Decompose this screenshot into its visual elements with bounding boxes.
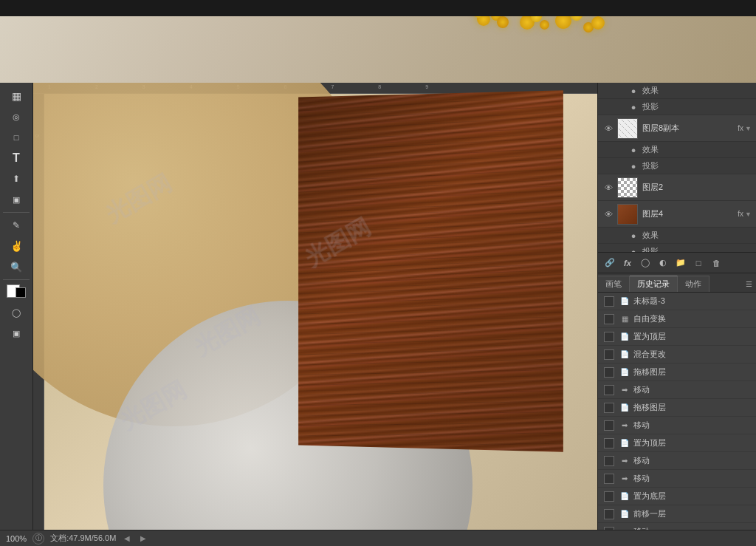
layer-eye-icon[interactable]: ● [628, 101, 639, 113]
history-item[interactable]: 📄 前移一层 [598, 505, 756, 523]
history-checkbox[interactable] [604, 438, 614, 448]
history-item[interactable]: 📄 拖移图层 [598, 399, 756, 417]
panel-menu-button[interactable]: ☰ [741, 276, 756, 292]
background-color[interactable] [16, 287, 26, 298]
history-checkbox[interactable] [604, 509, 614, 519]
left-toolbar: ▦ ◎ □ T ⬆ ▣ ✎ ✌ 🔍 ◯ ▣ [0, 83, 33, 530]
history-item[interactable]: 📄 置为顶层 [598, 434, 756, 452]
path-tool[interactable]: ⬆ [6, 169, 27, 188]
layer-item[interactable]: 👁 图层4 fx ▼ [598, 201, 756, 228]
history-label: 移动 [633, 420, 650, 431]
tab-brushes[interactable]: 画笔 [598, 276, 630, 292]
canvas-image[interactable]: 光图网 光图网 光图网 光图网 [44, 94, 597, 530]
tab-actions[interactable]: 动作 [678, 276, 709, 292]
history-transform-icon: ▦ [619, 313, 630, 325]
layer-sub-shadow2: ● 投影 [598, 158, 756, 174]
history-item[interactable]: 📄 置为顶层 [598, 328, 756, 346]
layer-sub-shadow: ● 投影 [598, 99, 756, 115]
history-item[interactable]: ➡ 移动 [598, 452, 756, 470]
history-checkbox[interactable] [604, 296, 614, 307]
layer-item[interactable]: 👁 图层2 [598, 174, 756, 201]
layer-sub-label: 效果 [642, 144, 659, 155]
group-button[interactable]: 📁 [673, 256, 688, 270]
text-tool[interactable]: T [6, 149, 27, 168]
layer-sub-label: 投影 [642, 101, 659, 112]
layer-item[interactable]: 👁 图层8副本 fx ▼ [598, 115, 756, 142]
flower-petal [555, 16, 571, 29]
history-checkbox[interactable] [604, 349, 614, 360]
history-item[interactable]: 📄 拖移图层 [598, 364, 756, 381]
history-item[interactable]: ▦ 自由变换 [598, 310, 756, 328]
visibility-icon[interactable]: 👁 [602, 182, 614, 194]
fx-button[interactable]: fx [620, 256, 635, 270]
visibility-icon[interactable]: 👁 [602, 208, 614, 220]
right-panel: ● 效果 ● 投影 👁 图层8副本 fx ▼ ● [597, 83, 756, 530]
crop-tool[interactable]: □ [6, 128, 27, 147]
history-checkbox[interactable] [604, 420, 614, 431]
layer-sub-label: 投影 [642, 246, 659, 253]
tab-history[interactable]: 历史记录 [630, 276, 678, 292]
history-item[interactable]: ➡ 移动 [598, 523, 756, 530]
pen-tool[interactable]: ✎ [6, 216, 27, 235]
scroll-left-button[interactable]: ◀ [122, 533, 132, 544]
zoom-tool[interactable]: 🔍 [6, 257, 27, 276]
history-checkbox[interactable] [604, 403, 614, 413]
selection-tool[interactable]: ▦ [6, 86, 27, 106]
menu-bar [0, 0, 756, 16]
top-image-bar [0, 16, 756, 83]
history-move-icon: ➡ [619, 420, 630, 431]
history-checkbox[interactable] [604, 456, 614, 466]
main-row: ▦ ◎ □ T ⬆ ▣ ✎ ✌ 🔍 ◯ ▣ 12345 [0, 83, 756, 530]
history-tabs: 画笔 历史记录 动作 ☰ [598, 273, 756, 293]
rect-tool[interactable]: ▣ [6, 190, 27, 209]
new-layer-button[interactable]: □ [691, 256, 706, 270]
lasso-tool[interactable]: ◎ [6, 107, 27, 126]
layer-thumbnail [617, 177, 638, 198]
history-label: 移动 [633, 473, 650, 484]
layer-sub-label: 效果 [642, 85, 659, 96]
scroll-right-button[interactable]: ▶ [138, 533, 148, 544]
status-bar: 100% ⓘ 文档:47.9M/56.0M ◀ ▶ [0, 530, 756, 546]
history-label: 自由变换 [633, 313, 666, 324]
zoom-level: 100% [6, 534, 27, 543]
hand-tool[interactable]: ✌ [6, 236, 27, 256]
layer-eye-icon[interactable]: ● [628, 144, 639, 156]
history-move-icon: ➡ [619, 473, 630, 485]
history-item[interactable]: 📄 混合更改 [598, 346, 756, 364]
flower-petal [497, 16, 509, 28]
color-swatches [7, 284, 26, 298]
history-checkbox[interactable] [604, 367, 614, 378]
history-checkbox[interactable] [604, 474, 614, 484]
history-item[interactable]: 📄 未标题-3 [598, 293, 756, 310]
history-layer-icon: 📄 [619, 437, 630, 449]
history-label: 拖移图层 [633, 402, 666, 413]
history-item[interactable]: 📄 置为底层 [598, 488, 756, 505]
screen-mode[interactable]: ▣ [6, 324, 27, 343]
layer-eye-icon[interactable]: ● [628, 246, 639, 253]
quick-mask[interactable]: ◯ [6, 303, 27, 322]
history-item[interactable]: ➡ 移动 [598, 417, 756, 434]
visibility-icon[interactable]: 👁 [602, 123, 614, 134]
layer-eye-icon[interactable]: ● [628, 230, 639, 242]
mask-button[interactable]: ◯ [638, 256, 653, 270]
history-item[interactable]: ➡ 移动 [598, 381, 756, 399]
history-layer-icon: 📄 [619, 331, 630, 343]
history-move-icon: ➡ [619, 455, 630, 467]
flower-petal [540, 20, 549, 30]
layer-sub-shadow3: ● 投影 [598, 244, 756, 253]
layer-eye-icon[interactable]: ● [628, 85, 639, 97]
layer-expand-icon[interactable]: ▼ [745, 211, 752, 218]
history-item[interactable]: ➡ 移动 [598, 470, 756, 488]
layer-eye-icon[interactable]: ● [628, 160, 639, 172]
delete-layer-button[interactable]: 🗑 [709, 256, 724, 270]
layer-expand-icon[interactable]: ▼ [745, 125, 752, 132]
layer-sub-effect: ● 效果 [598, 83, 756, 99]
adjustment-button[interactable]: ◐ [656, 256, 670, 270]
info-button[interactable]: ⓘ [32, 533, 44, 545]
history-checkbox[interactable] [604, 491, 614, 502]
link-layers-button[interactable]: 🔗 [602, 256, 617, 270]
history-checkbox[interactable] [604, 332, 614, 342]
history-checkbox[interactable] [604, 314, 614, 324]
history-layer-icon: 📄 [619, 349, 630, 361]
history-checkbox[interactable] [604, 385, 614, 395]
